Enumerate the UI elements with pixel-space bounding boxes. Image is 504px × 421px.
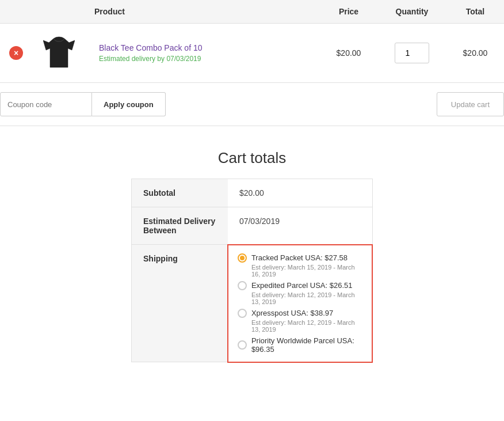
product-name: Black Tee Combo Pack of 10	[99, 43, 311, 52]
subtotal-row: Subtotal $20.00	[132, 179, 373, 207]
remove-header	[0, 0, 32, 24]
shipping-option-expedited: Expedited Parcel USA: $26.51Est delivery…	[238, 281, 362, 305]
product-price: $20.00	[337, 48, 361, 58]
subtotal-label: Subtotal	[132, 179, 228, 207]
delivery-value: 07/03/2019	[228, 207, 372, 245]
shipping-option-tracked: Tracked Packet USA: $27.58Est delivery: …	[238, 253, 362, 278]
image-header	[32, 0, 85, 24]
price-header: Price	[320, 0, 377, 24]
coupon-input[interactable]	[0, 92, 92, 116]
remove-item-button[interactable]: ×	[9, 46, 23, 60]
radio-tracked[interactable]	[238, 253, 247, 263]
cart-totals-section: Cart totals Subtotal $20.00 Estimated De…	[0, 126, 504, 374]
shipping-option-delivery-xpresspost: Est delivery: March 12, 2019 - March 13,…	[251, 319, 362, 333]
apply-coupon-button[interactable]: Apply coupon	[92, 92, 166, 116]
update-cart-button[interactable]: Update cart	[437, 92, 504, 116]
product-image	[41, 33, 76, 73]
cart-totals-title: Cart totals	[218, 149, 287, 167]
shipping-options: Tracked Packet USA: $27.58Est delivery: …	[238, 253, 362, 354]
shipping-option-label-expedited: Expedited Parcel USA: $26.51	[251, 281, 353, 290]
radio-expedited[interactable]	[238, 281, 247, 290]
delivery-row: Estimated Delivery Between 07/03/2019	[132, 207, 373, 245]
shipping-option-label-tracked: Tracked Packet USA: $27.58	[251, 253, 348, 262]
cart-table: Product Price Quantity Total ×	[0, 0, 504, 83]
shipping-label: Shipping	[132, 245, 228, 362]
total-header: Total	[446, 0, 504, 24]
shipping-option-label-xpresspost: Xpresspost USA: $38.97	[251, 309, 333, 317]
shipping-row: Shipping Tracked Packet USA: $27.58Est d…	[132, 245, 373, 362]
coupon-row: Apply coupon Update cart	[0, 83, 504, 126]
shipping-option-priority: Priority Worldwide Parcel USA: $96.35	[238, 336, 362, 354]
shipping-options-cell: Tracked Packet USA: $27.58Est delivery: …	[228, 245, 372, 362]
table-row: × Black Tee Combo Pack of 10 Estimated d	[0, 24, 504, 83]
quantity-input[interactable]	[395, 43, 429, 63]
shipping-option-label-priority: Priority Worldwide Parcel USA: $96.35	[251, 336, 362, 354]
product-header: Product	[85, 0, 320, 24]
product-total: $20.00	[463, 48, 488, 58]
product-info: Black Tee Combo Pack of 10 Estimated del…	[94, 43, 311, 63]
shipping-option-delivery-tracked: Est delivery: March 15, 2019 - March 16,…	[251, 264, 362, 278]
shipping-option-xpresspost: Xpresspost USA: $38.97Est delivery: Marc…	[238, 309, 362, 333]
remove-icon: ×	[9, 46, 23, 60]
quantity-header: Quantity	[377, 0, 446, 24]
delivery-label: Estimated Delivery Between	[132, 207, 228, 245]
tshirt-icon	[43, 36, 75, 70]
radio-xpresspost[interactable]	[238, 309, 247, 318]
cart-totals-table: Subtotal $20.00 Estimated Delivery Betwe…	[131, 179, 373, 363]
coupon-left: Apply coupon	[0, 92, 166, 116]
subtotal-value: $20.00	[228, 179, 372, 207]
shipping-option-delivery-expedited: Est delivery: March 12, 2019 - March 13,…	[251, 291, 362, 305]
radio-priority[interactable]	[238, 340, 247, 350]
product-delivery: Estimated delivery by 07/03/2019	[99, 55, 311, 63]
